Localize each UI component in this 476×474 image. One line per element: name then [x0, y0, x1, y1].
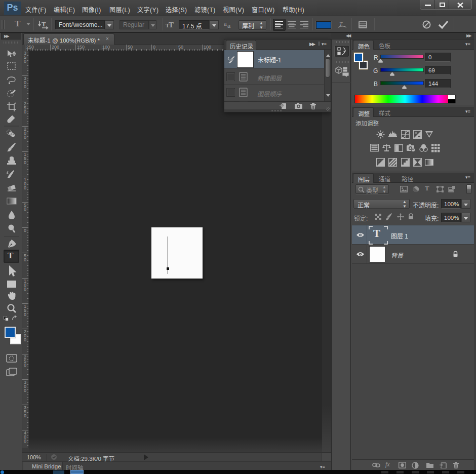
- svg-text:0: 0: [24, 439, 26, 444]
- svg-text:0: 0: [24, 312, 26, 317]
- svg-text:0: 0: [24, 109, 26, 114]
- svg-text:0: 0: [24, 257, 26, 262]
- svg-text:0: 0: [24, 413, 26, 418]
- svg-text:100: 100: [204, 45, 211, 50]
- svg-text:100: 100: [102, 45, 110, 50]
- svg-text:250: 250: [26, 45, 34, 50]
- svg-text:a: a: [224, 21, 227, 27]
- svg-text:0: 0: [24, 228, 26, 233]
- svg-text:50: 50: [128, 45, 133, 50]
- svg-text:0: 0: [24, 160, 26, 165]
- svg-text:0: 0: [24, 363, 26, 368]
- svg-text:50: 50: [178, 45, 183, 50]
- svg-text:0: 0: [24, 84, 26, 89]
- svg-text:T: T: [169, 21, 174, 29]
- svg-text:0: 0: [24, 388, 26, 393]
- svg-text:0: 0: [24, 337, 26, 342]
- svg-text:0: 0: [153, 45, 155, 50]
- svg-text:0: 0: [24, 207, 26, 212]
- svg-text:0: 0: [24, 185, 26, 190]
- svg-text:a: a: [227, 23, 231, 28]
- svg-text:200: 200: [52, 45, 59, 50]
- svg-text:0: 0: [24, 59, 26, 64]
- svg-text:0: 0: [24, 287, 26, 292]
- svg-text:0: 0: [24, 135, 26, 140]
- svg-text:T: T: [42, 20, 46, 28]
- svg-text:150: 150: [77, 45, 85, 50]
